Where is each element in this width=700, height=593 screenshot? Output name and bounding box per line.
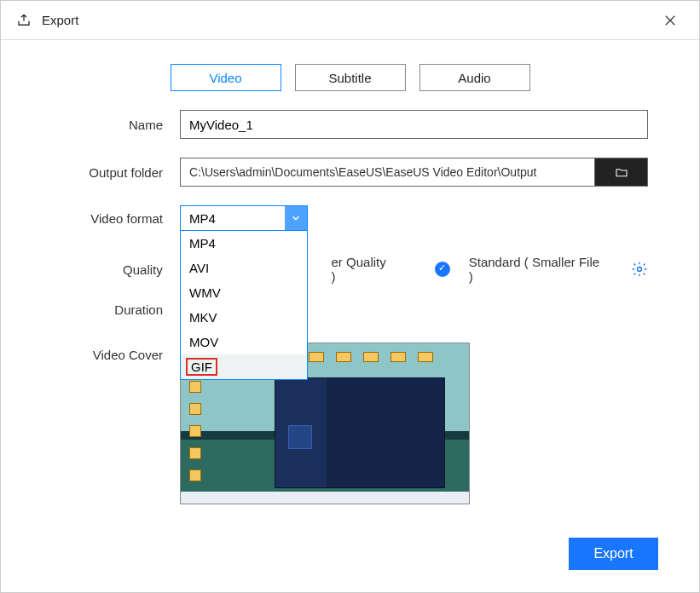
export-icon <box>16 13 32 28</box>
settings-gear-icon[interactable] <box>631 261 648 278</box>
quality-high-label-partial: er Quality ) <box>332 255 394 284</box>
tab-video[interactable]: Video <box>171 64 281 91</box>
format-option-mp4[interactable]: MP4 <box>181 231 307 256</box>
video-cover-label: Video Cover <box>52 343 180 362</box>
video-format-label: Video format <box>52 211 180 226</box>
format-option-gif[interactable]: GIF <box>181 354 307 379</box>
tab-subtitle[interactable]: Subtitle <box>295 64 406 91</box>
duration-label: Duration <box>52 302 180 317</box>
quality-label: Quality <box>52 262 180 277</box>
chevron-down-icon <box>285 206 307 230</box>
name-label: Name <box>52 118 180 132</box>
output-folder-label: Output folder <box>52 165 180 180</box>
format-option-mkv[interactable]: MKV <box>181 305 307 330</box>
name-input[interactable] <box>180 110 648 139</box>
browse-folder-button[interactable] <box>595 158 648 187</box>
quality-standard-label: Standard ( Smaller File ) <box>469 255 607 284</box>
window-title: Export <box>42 13 78 27</box>
quality-standard-radio[interactable] <box>435 262 450 277</box>
output-folder-input[interactable]: C:\Users\admin\Documents\EaseUS\EaseUS V… <box>180 158 595 187</box>
svg-point-0 <box>638 268 642 272</box>
export-button[interactable]: Export <box>569 538 658 570</box>
format-option-mov[interactable]: MOV <box>181 330 307 354</box>
format-option-avi[interactable]: AVI <box>181 256 307 280</box>
tab-bar: Video Subtitle Audio <box>1 64 699 91</box>
video-format-selected: MP4 <box>189 211 216 226</box>
format-option-wmv[interactable]: WMV <box>181 280 307 305</box>
video-format-dropdown: MP4 AVI WMV MKV MOV GIF <box>180 231 308 380</box>
tab-audio[interactable]: Audio <box>419 64 530 91</box>
video-format-select[interactable]: MP4 <box>180 205 308 231</box>
close-button[interactable] <box>657 7 684 34</box>
